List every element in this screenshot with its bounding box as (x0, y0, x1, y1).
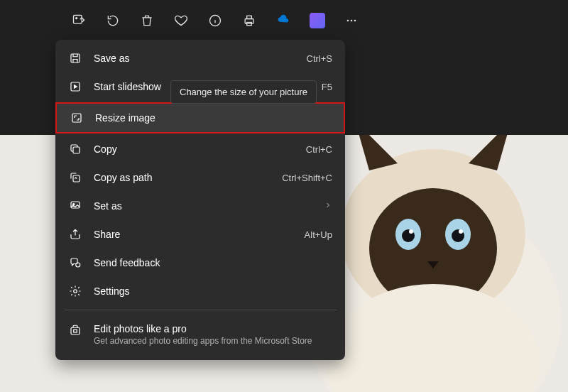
tooltip: Change the size of your picture (170, 80, 317, 104)
promo-subtitle: Get advanced photo editing apps from the… (94, 336, 312, 346)
menu-shortcut: Ctrl+Shift+C (282, 173, 332, 183)
print-icon[interactable] (241, 13, 257, 28)
menu-label: Settings (94, 285, 332, 297)
menu-item-settings[interactable]: Settings (55, 277, 345, 305)
info-icon[interactable] (207, 13, 223, 28)
feedback-icon (68, 256, 82, 270)
menu-item-set-as[interactable]: Set as (55, 192, 345, 220)
menu-label: Copy as path (94, 172, 282, 183)
rotate-icon[interactable] (105, 13, 121, 28)
heart-icon[interactable] (173, 13, 189, 28)
svg-point-17 (459, 229, 463, 234)
svg-point-27 (74, 290, 77, 293)
menu-item-resize-image[interactable]: Resize image (55, 102, 345, 134)
svg-rect-19 (71, 54, 80, 62)
promo-title: Edit photos like a pro (94, 323, 312, 334)
svg-rect-28 (71, 327, 80, 334)
setas-icon (68, 199, 82, 213)
gear-icon (68, 284, 82, 298)
menu-shortcut: F5 (322, 82, 332, 92)
svg-rect-22 (73, 147, 80, 153)
menu-shortcut: Ctrl+S (307, 53, 332, 64)
delete-icon[interactable] (139, 13, 155, 28)
svg-rect-3 (245, 19, 253, 24)
toolbar (71, 13, 359, 28)
save-icon (68, 51, 82, 65)
svg-point-7 (351, 20, 353, 22)
svg-point-26 (76, 263, 80, 267)
store-icon (68, 323, 82, 337)
menu-label: Share (94, 229, 305, 240)
play-icon (68, 80, 82, 94)
menu-label: Resize image (95, 112, 331, 124)
svg-point-8 (354, 20, 356, 22)
menu-label: Send feedback (94, 257, 332, 268)
copy-path-icon (68, 170, 82, 185)
svg-point-6 (347, 20, 349, 22)
menu-item-share[interactable]: Share Alt+Up (55, 220, 345, 249)
edit-icon[interactable] (71, 13, 87, 28)
menu-shortcut: Alt+Up (305, 229, 332, 240)
copy-icon (68, 142, 82, 156)
svg-point-1 (76, 18, 77, 19)
onedrive-icon[interactable] (275, 13, 291, 28)
menu-shortcut: Ctrl+C (306, 144, 332, 155)
svg-point-16 (409, 229, 413, 234)
menu-item-send-feedback[interactable]: Send feedback (55, 249, 345, 277)
svg-rect-21 (72, 114, 81, 122)
menu-label: Set as (94, 200, 324, 212)
chevron-right-icon (324, 200, 332, 212)
resize-icon (70, 111, 84, 125)
tooltip-text: Change the size of your picture (180, 87, 307, 97)
svg-rect-4 (247, 16, 252, 18)
svg-rect-29 (74, 330, 77, 332)
menu-label: Save as (94, 53, 307, 64)
menu-divider (64, 310, 337, 310)
more-icon[interactable] (344, 13, 359, 28)
clipchamp-icon[interactable] (310, 13, 325, 28)
menu-item-edit-pro[interactable]: Edit photos like a pro Get advanced phot… (55, 315, 345, 356)
menu-item-save-as[interactable]: Save as Ctrl+S (55, 44, 345, 72)
menu-label: Copy (94, 143, 306, 155)
share-icon (68, 227, 82, 241)
menu-item-copy[interactable]: Copy Ctrl+C (55, 135, 345, 163)
menu-item-copy-as-path[interactable]: Copy as path Ctrl+Shift+C (55, 163, 345, 192)
